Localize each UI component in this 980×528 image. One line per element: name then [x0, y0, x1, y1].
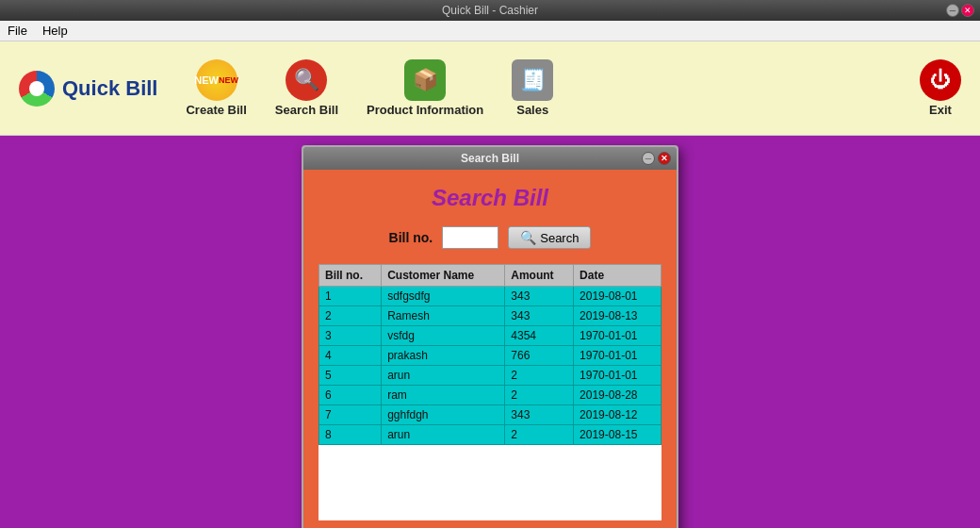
table-header-row: Bill no. Customer Name Amount Date: [319, 265, 662, 287]
sales-label: Sales: [516, 103, 548, 117]
dialog-heading: Search Bill: [318, 185, 662, 211]
dialog-minimize-button[interactable]: ─: [642, 152, 655, 165]
menu-file[interactable]: File: [8, 24, 27, 38]
table-cell-customer: arun: [382, 425, 505, 445]
col-date: Date: [574, 265, 662, 287]
bill-no-label: Bill no.: [389, 230, 433, 245]
table-cell-date: 2019-08-01: [574, 287, 662, 306]
table-cell-amount: 2: [505, 366, 574, 386]
table-cell-amount: 343: [505, 287, 574, 306]
table-cell-amount: 343: [505, 405, 574, 425]
product-info-label: Product Information: [367, 103, 483, 117]
table-row[interactable]: 1sdfgsdfg3432019-08-01: [319, 287, 662, 306]
dialog-titlebar: Search Bill ─ ✕: [303, 147, 677, 170]
main-content: Search Bill ─ ✕ Search Bill Bill no. 🔍 S…: [0, 136, 980, 528]
titlebar-minimize-button[interactable]: ─: [946, 4, 959, 17]
titlebar-close-button[interactable]: ✕: [961, 4, 974, 17]
table-cell-date: 2019-08-15: [574, 425, 662, 445]
table-cell-bill_no: 7: [319, 405, 382, 425]
table-row[interactable]: 8arun22019-08-15: [319, 425, 662, 445]
table-cell-bill_no: 3: [319, 326, 382, 346]
table-row[interactable]: 4prakash7661970-01-01: [319, 346, 662, 366]
table-cell-date: 1970-01-01: [574, 346, 662, 366]
dialog-close-button[interactable]: ✕: [658, 152, 671, 165]
table-cell-customer: arun: [382, 366, 505, 386]
table-cell-date: 2019-08-13: [574, 306, 662, 326]
sales-icon: 🧾: [512, 59, 553, 101]
create-bill-button[interactable]: NEW Create Bill: [186, 59, 246, 117]
table-cell-bill_no: 1: [319, 287, 382, 306]
table-row[interactable]: 2Ramesh3432019-08-13: [319, 306, 662, 326]
dialog-body: Search Bill Bill no. 🔍 Search Bill no. C…: [303, 170, 677, 528]
exit-button[interactable]: ⏻ Exit: [920, 59, 961, 117]
table-cell-amount: 2: [505, 386, 574, 405]
bill-table: Bill no. Customer Name Amount Date 1sdfg…: [318, 264, 662, 445]
table-empty-space: [318, 445, 662, 520]
table-cell-customer: sdfgsdfg: [382, 287, 505, 306]
search-bill-button[interactable]: 🔍 Search Bill: [275, 59, 338, 117]
table-cell-date: 1970-01-01: [574, 326, 662, 346]
product-info-icon: 📦: [404, 59, 446, 101]
table-cell-amount: 4354: [505, 326, 574, 346]
search-button-label: Search: [540, 231, 579, 245]
exit-icon: ⏻: [920, 59, 961, 101]
app-title: Quick Bill - Cashier: [442, 4, 538, 17]
col-amount: Amount: [505, 265, 574, 287]
search-bill-icon: 🔍: [286, 59, 327, 101]
app-logo: Quick Bill: [19, 71, 157, 107]
titlebar-controls: ─ ✕: [946, 4, 974, 17]
table-cell-bill_no: 4: [319, 346, 382, 366]
table-cell-amount: 2: [505, 425, 574, 445]
table-cell-bill_no: 8: [319, 425, 382, 445]
menu-help[interactable]: Help: [42, 24, 68, 38]
dialog-title: Search Bill: [461, 152, 519, 165]
table-cell-amount: 343: [505, 306, 574, 326]
col-customer-name: Customer Name: [382, 265, 505, 287]
create-bill-label: Create Bill: [186, 103, 246, 117]
table-cell-bill_no: 6: [319, 386, 382, 405]
search-row: Bill no. 🔍 Search: [318, 226, 662, 249]
col-bill-no: Bill no.: [319, 265, 382, 287]
logo-inner: [29, 81, 44, 96]
table-cell-date: 2019-08-12: [574, 405, 662, 425]
menu-bar: File Help: [0, 21, 980, 41]
table-cell-customer: prakash: [382, 346, 505, 366]
create-bill-icon: NEW: [196, 59, 237, 101]
app-name: Quick Bill: [62, 76, 157, 101]
title-bar: Quick Bill - Cashier ─ ✕: [0, 0, 980, 21]
table-cell-customer: ram: [382, 386, 505, 405]
bill-table-body: 1sdfgsdfg3432019-08-012Ramesh3432019-08-…: [319, 287, 662, 445]
table-row[interactable]: 5arun21970-01-01: [319, 366, 662, 386]
toolbar: Quick Bill NEW Create Bill 🔍 Search Bill…: [0, 41, 980, 136]
table-cell-customer: Ramesh: [382, 306, 505, 326]
search-button[interactable]: 🔍 Search: [508, 226, 591, 249]
table-row[interactable]: 3vsfdg43541970-01-01: [319, 326, 662, 346]
search-button-icon: 🔍: [520, 230, 536, 245]
table-row[interactable]: 6ram22019-08-28: [319, 386, 662, 405]
table-cell-amount: 766: [505, 346, 574, 366]
dialog-titlebar-controls: ─ ✕: [642, 152, 671, 165]
table-cell-date: 2019-08-28: [574, 386, 662, 405]
table-cell-customer: gghfdgh: [382, 405, 505, 425]
search-bill-label: Search Bill: [275, 103, 338, 117]
table-cell-bill_no: 2: [319, 306, 382, 326]
bill-table-wrapper: Bill no. Customer Name Amount Date 1sdfg…: [318, 264, 662, 520]
table-cell-date: 1970-01-01: [574, 366, 662, 386]
table-row[interactable]: 7gghfdgh3432019-08-12: [319, 405, 662, 425]
product-info-button[interactable]: 📦 Product Information: [367, 59, 483, 117]
search-bill-dialog: Search Bill ─ ✕ Search Bill Bill no. 🔍 S…: [302, 145, 678, 528]
bill-no-input[interactable]: [442, 226, 498, 249]
logo-icon: [19, 71, 55, 107]
table-cell-customer: vsfdg: [382, 326, 505, 346]
sales-button[interactable]: 🧾 Sales: [512, 59, 553, 117]
table-cell-bill_no: 5: [319, 366, 382, 386]
exit-label: Exit: [929, 103, 952, 117]
